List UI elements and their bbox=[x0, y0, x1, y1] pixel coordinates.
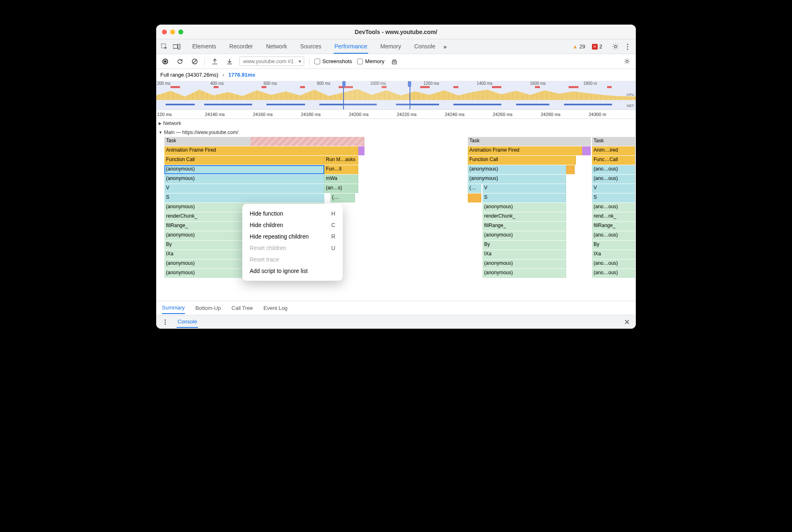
details-tab-summary[interactable]: Summary bbox=[162, 305, 185, 314]
ctx-hide-children[interactable]: Hide childrenC bbox=[242, 219, 343, 231]
flame-entry[interactable]: V bbox=[592, 184, 635, 193]
ctx-hide-function[interactable]: Hide functionH bbox=[242, 208, 343, 219]
warning-icon: ▲ bbox=[572, 43, 578, 50]
flame-entry[interactable]: (ano…ous) bbox=[592, 203, 635, 212]
flame-entry[interactable]: (… bbox=[330, 193, 355, 202]
flame-entry[interactable]: By bbox=[592, 241, 635, 250]
flame-entry[interactable]: (anonymous) bbox=[164, 175, 324, 184]
flame-entry[interactable]: (anonymous) bbox=[468, 165, 566, 174]
ctx-reset-children: Reset childrenU bbox=[242, 242, 343, 254]
errors-badge[interactable]: ✕ 2 bbox=[592, 43, 602, 50]
flame-entry[interactable]: (anonymous) bbox=[482, 231, 566, 240]
flame-entry[interactable]: rend…nk_ bbox=[592, 212, 635, 221]
flame-entry[interactable]: Func…Call bbox=[592, 156, 635, 165]
flame-entry[interactable]: S bbox=[482, 193, 566, 202]
flame-entry[interactable]: (ano…ous) bbox=[592, 269, 635, 278]
reload-record-button[interactable] bbox=[175, 57, 185, 66]
flame-entry[interactable]: Animation Frame Fired bbox=[468, 146, 591, 155]
selection-handle-right[interactable] bbox=[408, 81, 411, 87]
flame-entry[interactable] bbox=[250, 137, 364, 146]
section-network[interactable]: ▶ Network bbox=[156, 119, 636, 128]
flame-entry[interactable]: (anonymous) bbox=[482, 259, 566, 268]
screenshots-checkbox[interactable]: Screenshots bbox=[314, 58, 352, 64]
overview-selection[interactable] bbox=[343, 81, 410, 109]
upload-profile-icon[interactable] bbox=[210, 57, 220, 66]
flame-entry[interactable]: V bbox=[482, 184, 566, 193]
tab-network[interactable]: Network bbox=[265, 40, 288, 54]
kebab-menu-icon[interactable] bbox=[623, 42, 633, 52]
inspect-element-icon[interactable] bbox=[159, 42, 169, 52]
record-button[interactable] bbox=[160, 57, 170, 66]
flame-entry[interactable]: Task bbox=[468, 137, 591, 146]
flame-entry[interactable]: fillRange_ bbox=[482, 222, 566, 231]
more-tabs-button[interactable]: » bbox=[440, 42, 450, 52]
tab-performance[interactable]: Performance bbox=[334, 40, 368, 54]
flame-entry[interactable]: Anim…ired bbox=[592, 146, 635, 155]
drawer-kebab-icon[interactable] bbox=[160, 317, 170, 327]
download-profile-icon[interactable] bbox=[225, 57, 234, 66]
flame-entry[interactable] bbox=[566, 165, 575, 174]
flame-entry[interactable]: By bbox=[482, 241, 566, 250]
flame-entry[interactable]: (anonymous) bbox=[164, 165, 324, 174]
tab-sources[interactable]: Sources bbox=[299, 40, 322, 54]
tab-recorder[interactable]: Recorder bbox=[228, 40, 254, 54]
flame-entry[interactable]: (ano…ous) bbox=[592, 231, 635, 240]
flame-entry[interactable]: fillRange_ bbox=[592, 222, 635, 231]
flame-entry[interactable]: (anonymous) bbox=[468, 175, 566, 184]
flame-entry[interactable]: IXa bbox=[482, 250, 566, 259]
flame-entry[interactable]: (anonymous) bbox=[482, 203, 566, 212]
garbage-collect-icon[interactable] bbox=[389, 57, 399, 66]
clear-button[interactable] bbox=[190, 57, 200, 66]
svg-rect-1 bbox=[173, 45, 178, 48]
flame-row: (anonymous)Fun…ll(anonymous)(ano…ous) bbox=[156, 165, 636, 175]
ctx-add-script-to-ignore-list[interactable]: Add script to ignore list bbox=[242, 265, 343, 277]
warnings-badge[interactable]: ▲ 29 bbox=[572, 43, 585, 50]
svg-point-4 bbox=[627, 46, 628, 47]
flame-entry[interactable]: (anonymous) bbox=[482, 269, 566, 278]
flame-entry[interactable]: Function Call bbox=[164, 156, 324, 165]
flame-entry[interactable]: S bbox=[164, 193, 324, 202]
flame-entry[interactable] bbox=[582, 146, 591, 155]
flame-entry[interactable]: Task bbox=[592, 137, 635, 146]
flame-entry[interactable]: (ano…ous) bbox=[592, 175, 635, 184]
flame-entry[interactable]: Fun…ll bbox=[324, 165, 358, 174]
drawer-tab-console[interactable]: Console bbox=[177, 316, 198, 328]
details-tab-call-tree[interactable]: Call Tree bbox=[232, 305, 253, 311]
flame-entry[interactable]: mWa bbox=[324, 175, 358, 184]
flame-entry[interactable]: (ano…ous) bbox=[592, 259, 635, 268]
section-main[interactable]: ▼ Main — https://www.youtube.com/ bbox=[156, 128, 636, 137]
flame-entry[interactable]: renderChunk_ bbox=[482, 212, 566, 221]
breadcrumb-full-range[interactable]: Full range (34307.26ms) bbox=[160, 72, 218, 78]
flame-entry[interactable]: S bbox=[592, 193, 635, 202]
flame-entry[interactable]: Function Call bbox=[468, 156, 576, 165]
flame-entry[interactable]: (ano…ous) bbox=[592, 165, 635, 174]
ctx-hide-repeating-children[interactable]: Hide repeating childrenR bbox=[242, 231, 343, 242]
devtools-window: DevTools - www.youtube.com/ ElementsReco… bbox=[156, 25, 636, 329]
drawer-close-icon[interactable]: ✕ bbox=[622, 317, 632, 327]
memory-checkbox[interactable]: Memory bbox=[357, 58, 385, 64]
tab-elements[interactable]: Elements bbox=[191, 40, 217, 54]
flame-row: TaskTaskTask bbox=[156, 137, 636, 146]
tab-memory[interactable]: Memory bbox=[380, 40, 402, 54]
panel-settings-icon[interactable] bbox=[622, 57, 632, 66]
flame-entry[interactable]: (… bbox=[468, 184, 481, 193]
device-toolbar-icon[interactable] bbox=[172, 42, 182, 52]
flame-row: (anonymous)(anonymous)(ano…ous) bbox=[156, 269, 636, 278]
details-tab-event-log[interactable]: Event Log bbox=[264, 305, 288, 311]
flame-entry[interactable] bbox=[358, 146, 364, 155]
tab-console[interactable]: Console bbox=[413, 40, 436, 54]
flame-entry[interactable]: IXa bbox=[592, 250, 635, 259]
details-tab-bottom-up[interactable]: Bottom-Up bbox=[196, 305, 221, 311]
profile-select[interactable]: www.youtube.com #1 bbox=[239, 57, 304, 66]
flame-entry[interactable] bbox=[468, 193, 481, 202]
flame-entry[interactable]: (an…s) bbox=[324, 184, 358, 193]
flame-entry[interactable]: Run M…asks bbox=[324, 156, 358, 165]
selection-handle-left[interactable] bbox=[342, 81, 346, 87]
flame-chart[interactable]: ▶ Network ▼ Main — https://www.youtube.c… bbox=[156, 119, 636, 301]
flame-entry[interactable]: Animation Frame Fired bbox=[164, 146, 358, 155]
settings-icon[interactable] bbox=[610, 42, 620, 52]
timeline-overview[interactable]: 200 ms400 ms600 ms800 ms1000 ms1200 ms14… bbox=[156, 81, 636, 110]
breadcrumb-selected-range[interactable]: 1776.91ms bbox=[228, 72, 255, 78]
flame-entry[interactable]: V bbox=[164, 184, 324, 193]
performance-toolbar: www.youtube.com #1 Screenshots Memory bbox=[156, 54, 636, 69]
